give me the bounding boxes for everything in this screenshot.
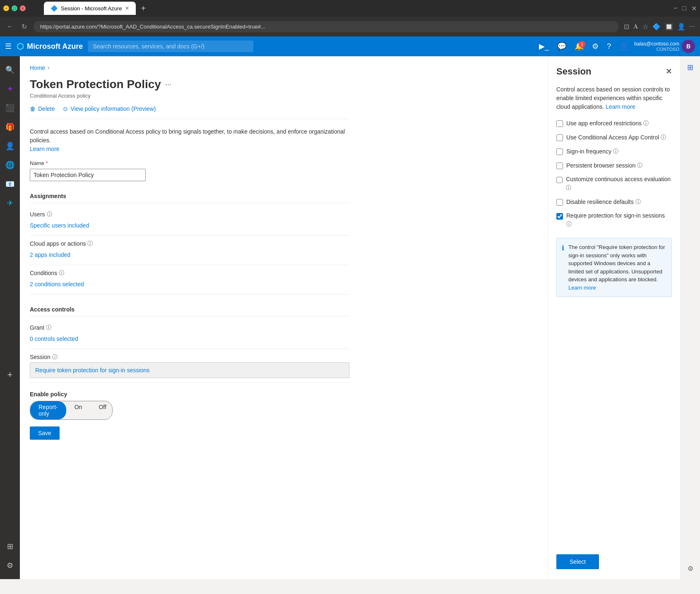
- ca-app-control-checkbox[interactable]: [556, 134, 563, 141]
- on-option[interactable]: On: [66, 401, 91, 419]
- access-controls-label: Access controls: [30, 301, 349, 316]
- sign-in-frequency-checkbox[interactable]: [556, 148, 563, 155]
- tab-close-button[interactable]: ✕: [125, 5, 129, 11]
- back-button[interactable]: ←: [5, 21, 15, 32]
- profile-icon[interactable]: 👤: [677, 23, 686, 31]
- description-learn-more[interactable]: Learn more: [30, 146, 60, 152]
- azure-search-input[interactable]: [88, 41, 253, 52]
- close-icon[interactable]: ✕: [691, 5, 697, 12]
- sidebar-copilot-icon[interactable]: ✦: [3, 80, 17, 98]
- sidebar-expand-icon[interactable]: ⊞: [3, 538, 17, 555]
- sidebar-user2-icon[interactable]: 👤: [1, 137, 19, 155]
- panel-learn-more[interactable]: Learn more: [606, 103, 635, 110]
- sign-in-freq-info[interactable]: ⓘ: [613, 148, 618, 155]
- checkbox-sign-in-freq: Sign-in frequency ⓘ: [556, 148, 672, 155]
- name-field-group: Name *: [30, 160, 349, 181]
- session-row: Session ⓘ Require token protection for s…: [30, 349, 349, 383]
- cloud-apps-link[interactable]: 2 apps included: [30, 249, 349, 261]
- notifications-icon[interactable]: 🔔 1: [572, 40, 586, 53]
- description-text: Control access based on Conditional Acce…: [30, 127, 349, 153]
- resilience-info[interactable]: ⓘ: [635, 198, 641, 206]
- extensions-icon[interactable]: 🔷: [652, 23, 661, 31]
- panel-description: Control access based on session controls…: [556, 85, 672, 111]
- customize-cae-checkbox[interactable]: [556, 177, 563, 183]
- info-notice-icon: ℹ: [562, 244, 564, 292]
- help-icon[interactable]: ?: [604, 41, 613, 53]
- more-options-button[interactable]: ···: [165, 80, 171, 89]
- view-policy-button[interactable]: ⊙ View policy information (Preview): [63, 105, 156, 112]
- sidebar-plane-icon[interactable]: ✈: [3, 194, 17, 212]
- policy-toggle-group[interactable]: Report-only On Off: [30, 401, 113, 420]
- hamburger-icon[interactable]: ☰: [5, 42, 12, 51]
- require-protection-checkbox[interactable]: [556, 213, 563, 220]
- require-protection-info[interactable]: ⓘ: [566, 220, 572, 228]
- session-link[interactable]: Require token protection for sign-in ses…: [35, 367, 344, 374]
- off-option[interactable]: Off: [90, 401, 113, 419]
- grant-link[interactable]: 0 controls selected: [30, 333, 349, 345]
- sidebar-orb-icon[interactable]: 🌐: [1, 156, 19, 174]
- users-info-icon[interactable]: ⓘ: [47, 211, 52, 218]
- split-view-icon[interactable]: ⊡: [624, 23, 629, 31]
- sidebar-apps-icon[interactable]: ⬛: [1, 99, 19, 117]
- sidebar-add-button[interactable]: +: [3, 365, 17, 384]
- favorites-icon[interactable]: ☆: [642, 23, 648, 31]
- maximize-button[interactable]: □: [12, 5, 17, 11]
- sidebar-gift-icon[interactable]: 🎁: [1, 118, 19, 136]
- tab-favicon: 🔷: [51, 5, 58, 12]
- info-notice-learn-more[interactable]: Learn more: [568, 285, 596, 291]
- address-bar[interactable]: [34, 21, 619, 32]
- sidebar-search-icon[interactable]: 🔍: [1, 61, 19, 79]
- breadcrumb[interactable]: Home ›: [30, 65, 349, 71]
- delete-button[interactable]: 🗑 Delete: [30, 105, 55, 112]
- collections-icon[interactable]: 🔲: [665, 23, 673, 31]
- sidebar-settings-icon[interactable]: ⚙: [2, 557, 17, 574]
- feedback-icon[interactable]: 💬: [555, 40, 569, 53]
- restore-icon[interactable]: □: [682, 5, 686, 12]
- directory-icon[interactable]: 👤: [617, 40, 631, 53]
- persistent-browser-info[interactable]: ⓘ: [637, 162, 642, 169]
- nav-icons: ▶_ 💬 🔔 1 ⚙ ? 👤 balas@contoso.com CONTOSO…: [536, 40, 695, 53]
- close-button[interactable]: ×: [20, 5, 26, 11]
- more-icon[interactable]: ···: [690, 23, 695, 30]
- conditions-link[interactable]: 2 conditions selected: [30, 278, 349, 290]
- select-button[interactable]: Select: [556, 554, 599, 569]
- page-actions: 🗑 Delete ⊙ View policy information (Prev…: [30, 105, 349, 119]
- assignments-label: Assignments: [30, 188, 349, 203]
- grant-info-icon[interactable]: ⓘ: [46, 324, 51, 331]
- right-settings-icon[interactable]: ⚙: [684, 561, 697, 576]
- session-checkboxes: Use app enforced restrictions ⓘ Use Cond…: [556, 120, 672, 235]
- report-only-option[interactable]: Report-only: [30, 401, 66, 419]
- persistent-browser-checkbox[interactable]: [556, 163, 563, 169]
- session-info-icon[interactable]: ⓘ: [52, 353, 58, 361]
- app-enforced-info[interactable]: ⓘ: [643, 120, 649, 127]
- users-link[interactable]: Specific users included: [30, 220, 349, 231]
- settings-icon[interactable]: ⚙: [589, 40, 601, 53]
- page-title-row: Token Protection Policy ···: [30, 78, 349, 91]
- user-menu[interactable]: balas@contoso.com CONTOSO B: [634, 40, 695, 53]
- required-indicator: *: [46, 160, 48, 166]
- name-label: Name: [30, 160, 44, 166]
- name-input[interactable]: [30, 169, 146, 181]
- save-button[interactable]: Save: [30, 426, 60, 440]
- checkbox-persistent-browser: Persistent browser session ⓘ: [556, 162, 672, 169]
- reload-button[interactable]: ↻: [20, 21, 29, 32]
- new-tab-button[interactable]: +: [138, 4, 148, 13]
- active-tab[interactable]: 🔷 Session - Microsoft Azure ✕: [44, 2, 136, 15]
- cloud-shell-icon[interactable]: ▶_: [536, 40, 551, 53]
- disable-resilience-checkbox[interactable]: [556, 199, 563, 206]
- minimize-icon[interactable]: −: [674, 5, 677, 12]
- minimize-button[interactable]: −: [3, 5, 9, 11]
- conditions-info-icon[interactable]: ⓘ: [59, 269, 64, 277]
- cae-info[interactable]: ⓘ: [566, 184, 571, 192]
- conditions-row: Conditions ⓘ 2 conditions selected: [30, 265, 349, 295]
- panel-title: Session: [556, 66, 591, 77]
- panel-close-button[interactable]: ✕: [666, 67, 672, 76]
- reading-view-icon[interactable]: 𝐀: [633, 23, 638, 30]
- sidebar-outlook-icon[interactable]: 📧: [1, 175, 19, 193]
- ca-app-info[interactable]: ⓘ: [661, 134, 666, 141]
- right-sidebar: ⊞ ⚙: [680, 56, 700, 579]
- users-row: Users ⓘ Specific users included: [30, 206, 349, 236]
- app-enforced-checkbox[interactable]: [556, 120, 563, 127]
- right-expand-icon[interactable]: ⊞: [684, 60, 697, 75]
- cloud-apps-info-icon[interactable]: ⓘ: [87, 240, 93, 247]
